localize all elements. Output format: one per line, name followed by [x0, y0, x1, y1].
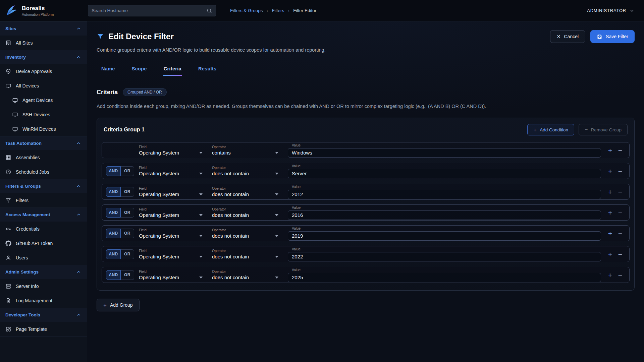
add-condition-button[interactable]: + Add Condition [527, 124, 574, 135]
field-select[interactable]: Field Operating System [139, 186, 209, 197]
and-or-toggle: AND OR [106, 229, 139, 238]
save-filter-button[interactable]: Save Filter [590, 30, 635, 43]
row-remove-button[interactable]: − [615, 166, 625, 176]
sidebar-item-label: All Sites [16, 40, 33, 46]
sidebar-section-task-automation[interactable]: Task Automation [0, 136, 87, 150]
section-label: Task Automation [5, 141, 42, 146]
tab-name[interactable]: Name [101, 63, 116, 76]
value-input[interactable] [288, 169, 601, 178]
criteria-group-card: Criteria Group 1 + Add Condition − Remov… [97, 118, 635, 291]
sidebar-item-github-api-token[interactable]: GitHub API Token [0, 236, 87, 250]
or-toggle[interactable]: OR [121, 270, 134, 280]
sidebar-item-agent-devices[interactable]: Agent Devices [0, 93, 87, 107]
row-remove-button[interactable]: − [615, 145, 625, 155]
sidebar-item-server-info[interactable]: Server Info [0, 279, 87, 293]
search-input[interactable] [92, 8, 206, 13]
field-select[interactable]: Field Operating System [139, 166, 209, 176]
sidebar-section-access-management[interactable]: Access Management [0, 207, 87, 222]
sidebar-item-users[interactable]: Users [0, 250, 87, 265]
sidebar-item-page-template[interactable]: Page Template [0, 322, 87, 336]
row-add-button[interactable]: + [605, 166, 615, 176]
value-input[interactable] [288, 190, 601, 199]
value-input[interactable] [288, 252, 601, 261]
field-select[interactable]: Field Operating System [139, 228, 209, 239]
field-select[interactable]: Field Operating System [139, 249, 209, 259]
tab-scope[interactable]: Scope [131, 63, 148, 76]
sidebar-item-device-approvals[interactable]: Device Approvals [0, 64, 87, 78]
sidebar-section-filters-groups[interactable]: Filters & Groups [0, 179, 87, 193]
breadcrumb-filters[interactable]: Filters [272, 8, 284, 13]
operator-select[interactable]: Operator contains [212, 145, 284, 156]
or-toggle[interactable]: OR [121, 229, 134, 238]
field-label: Field [139, 269, 209, 274]
and-toggle[interactable]: AND [106, 187, 121, 197]
user-menu[interactable]: ADMINISTRATOR [587, 8, 635, 13]
monitor-icon [5, 83, 11, 89]
value-input[interactable] [288, 231, 601, 241]
value-field: Value [288, 143, 601, 158]
field-select[interactable]: Field Operating System [139, 145, 209, 156]
and-toggle[interactable]: AND [106, 166, 121, 176]
or-toggle[interactable]: OR [121, 166, 134, 176]
and-toggle[interactable]: AND [106, 270, 121, 280]
sidebar-section-sites[interactable]: Sites [0, 21, 87, 36]
operator-select[interactable]: Operator does not contain [212, 166, 284, 176]
operator-select[interactable]: Operator does not contain [212, 249, 284, 259]
or-toggle[interactable]: OR [121, 187, 134, 197]
sidebar-item-ssh-devices[interactable]: SSH Devices [0, 107, 87, 122]
breadcrumb-filters-groups[interactable]: Filters & Groups [230, 8, 263, 13]
value-input[interactable] [288, 273, 601, 282]
sidebar-item-assemblies[interactable]: Assemblies [0, 150, 87, 165]
sidebar-item-all-sites[interactable]: All Sites [0, 36, 87, 50]
add-group-button[interactable]: + Add Group [97, 299, 140, 311]
operator-label: Operator [212, 269, 284, 274]
row-remove-button[interactable]: − [615, 207, 625, 218]
row-remove-button[interactable]: − [615, 249, 625, 259]
row-add-button[interactable]: + [605, 270, 615, 280]
cancel-button[interactable]: ✕ Cancel [550, 30, 585, 43]
operator-select[interactable]: Operator does not contain [212, 269, 284, 280]
value-field: Value [288, 205, 601, 220]
value-input[interactable] [288, 148, 601, 158]
tab-criteria[interactable]: Criteria [163, 63, 182, 76]
field-value: Operating System [139, 254, 179, 259]
operator-select[interactable]: Operator does not contain [212, 207, 284, 218]
and-toggle[interactable]: AND [106, 249, 121, 259]
sidebar-item-winrm-devices[interactable]: WinRM Devices [0, 122, 87, 136]
row-add-button[interactable]: + [605, 207, 615, 218]
and-toggle[interactable]: AND [106, 208, 121, 218]
sidebar-section-developer-tools[interactable]: Developer Tools [0, 308, 87, 322]
shield-check-icon [5, 68, 11, 74]
add-condition-label: Add Condition [540, 127, 568, 132]
value-label: Value [292, 268, 601, 272]
operator-select[interactable]: Operator does not contain [212, 228, 284, 239]
field-label: Field [139, 249, 209, 253]
github-icon [5, 240, 11, 246]
tab-results[interactable]: Results [198, 63, 217, 76]
row-add-button[interactable]: + [605, 145, 615, 155]
sidebar-item-all-devices[interactable]: All Devices [0, 78, 87, 93]
chevron-down-icon [275, 235, 278, 237]
or-toggle[interactable]: OR [121, 249, 134, 259]
sidebar-item-log-management[interactable]: Log Management [0, 293, 87, 308]
row-add-button[interactable]: + [605, 249, 615, 259]
row-add-button[interactable]: + [605, 228, 615, 238]
field-select[interactable]: Field Operating System [139, 269, 209, 280]
sidebar-item-scheduled-jobs[interactable]: Scheduled Jobs [0, 165, 87, 179]
sidebar-section-admin-settings[interactable]: Admin Settings [0, 265, 87, 279]
value-input[interactable] [288, 210, 601, 220]
row-remove-button[interactable]: − [615, 187, 625, 197]
row-remove-button[interactable]: − [615, 228, 625, 238]
row-add-button[interactable]: + [605, 187, 615, 197]
remove-group-button[interactable]: − Remove Group [579, 124, 628, 135]
sidebar-item-credentials[interactable]: Credentials [0, 222, 87, 236]
sidebar-item-label: Users [16, 255, 28, 260]
sidebar-item-filters[interactable]: Filters [0, 193, 87, 207]
field-select[interactable]: Field Operating System [139, 207, 209, 218]
sidebar-section-inventory[interactable]: Inventory [0, 50, 87, 64]
or-toggle[interactable]: OR [121, 208, 134, 218]
and-toggle[interactable]: AND [106, 229, 121, 238]
operator-select[interactable]: Operator does not contain [212, 186, 284, 197]
condition-row: AND OR Field Operating System Operator d… [102, 246, 630, 262]
row-remove-button[interactable]: − [615, 270, 625, 280]
